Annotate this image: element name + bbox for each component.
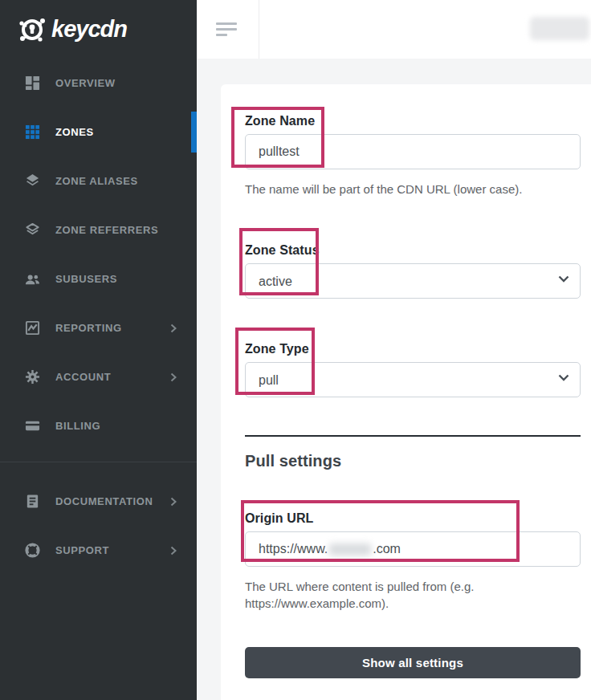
sidebar-item-account[interactable]: ACCOUNT [0, 352, 197, 401]
origin-url-group: Origin URL https://www. .com The URL whe… [245, 511, 581, 612]
origin-url-input[interactable]: https://www. .com [245, 531, 581, 567]
show-all-settings-button[interactable]: Show all settings [245, 647, 581, 678]
sidebar-nav-primary: OVERVIEW ZONES [0, 59, 197, 450]
grid-icon [24, 124, 40, 140]
sidebar-item-label: SUPPORT [55, 544, 109, 556]
sidebar-item-zone-referrers[interactable]: ZONE REFERRERS [0, 206, 197, 254]
zone-name-help: The name will be part of the CDN URL (lo… [245, 181, 581, 197]
lifebuoy-icon [24, 543, 40, 559]
sidebar-item-zones[interactable]: ZONES [0, 108, 197, 157]
sidebar-item-label: BILLING [55, 420, 100, 432]
origin-url-label: Origin URL [245, 511, 581, 526]
topbar-divider [259, 0, 259, 59]
zone-status-group: Zone Status active [245, 242, 581, 299]
sidebar-item-zone-aliases[interactable]: ZONE ALIASES [0, 157, 197, 206]
chevron-right-icon [169, 324, 177, 333]
layers-filled-icon [24, 173, 40, 189]
main-area: Zone Name The name will be part of the C… [197, 0, 591, 700]
content-background: Zone Name The name will be part of the C… [197, 59, 591, 700]
zone-type-group: Zone Type pull [245, 341, 581, 397]
brand-logo[interactable]: keycdn [0, 0, 197, 59]
zone-name-input[interactable] [245, 134, 581, 169]
credit-card-icon [24, 418, 40, 434]
chart-icon [24, 320, 40, 336]
zone-status-label: Zone Status [245, 242, 581, 258]
brand-name: keycdn [51, 16, 127, 43]
section-divider [245, 435, 581, 437]
hamburger-menu-icon[interactable] [216, 22, 238, 36]
zone-name-group: Zone Name The name will be part of the C… [245, 113, 581, 197]
users-icon [24, 271, 40, 287]
dashboard-icon [24, 75, 40, 92]
chevron-right-icon [169, 372, 177, 382]
sidebar-item-label: ZONE ALIASES [55, 175, 138, 187]
origin-url-prefix: https://www. [259, 542, 328, 556]
gear-icon [24, 369, 40, 385]
chevron-right-icon [169, 497, 177, 507]
origin-url-help: The URL where content is pulled from (e.… [245, 578, 581, 612]
sidebar-item-subusers[interactable]: SUBUSERS [0, 254, 197, 303]
sidebar-item-billing[interactable]: BILLING [0, 401, 197, 450]
sidebar-item-label: DOCUMENTATION [55, 495, 153, 507]
sidebar-item-label: ZONES [55, 126, 94, 138]
zone-type-label: Zone Type [245, 341, 581, 356]
pull-settings-heading: Pull settings [245, 452, 581, 470]
sidebar-item-label: OVERVIEW [55, 77, 116, 89]
sidebar-divider [0, 462, 197, 462]
zone-settings-card: Zone Name The name will be part of the C… [221, 84, 591, 700]
origin-url-suffix: .com [373, 542, 401, 556]
sidebar-item-label: SUBUSERS [55, 273, 117, 285]
zone-type-select[interactable]: pull [245, 362, 581, 397]
user-menu-blurred[interactable] [530, 17, 589, 40]
sidebar-item-overview[interactable]: OVERVIEW [0, 59, 197, 108]
sidebar-item-documentation[interactable]: DOCUMENTATION [0, 477, 197, 526]
zone-name-label: Zone Name [245, 113, 581, 128]
layers-outline-icon [24, 222, 40, 238]
sidebar-item-label: REPORTING [55, 322, 122, 334]
sidebar-item-label: ZONE REFERRERS [55, 224, 158, 236]
sidebar-item-label: ACCOUNT [55, 371, 111, 383]
sidebar-item-reporting[interactable]: REPORTING [0, 303, 197, 352]
app-window: keycdn OVERVIEW [0, 0, 591, 700]
zone-status-select[interactable]: active [245, 263, 581, 299]
sidebar-item-support[interactable]: SUPPORT [0, 526, 197, 575]
chevron-right-icon [169, 546, 177, 556]
origin-url-redacted [329, 543, 371, 556]
sidebar-nav-secondary: DOCUMENTATION SUPPORT [0, 477, 197, 575]
keycdn-key-icon [14, 12, 50, 47]
sidebar: keycdn OVERVIEW [0, 0, 197, 700]
document-icon [24, 494, 40, 510]
topbar [197, 0, 591, 59]
